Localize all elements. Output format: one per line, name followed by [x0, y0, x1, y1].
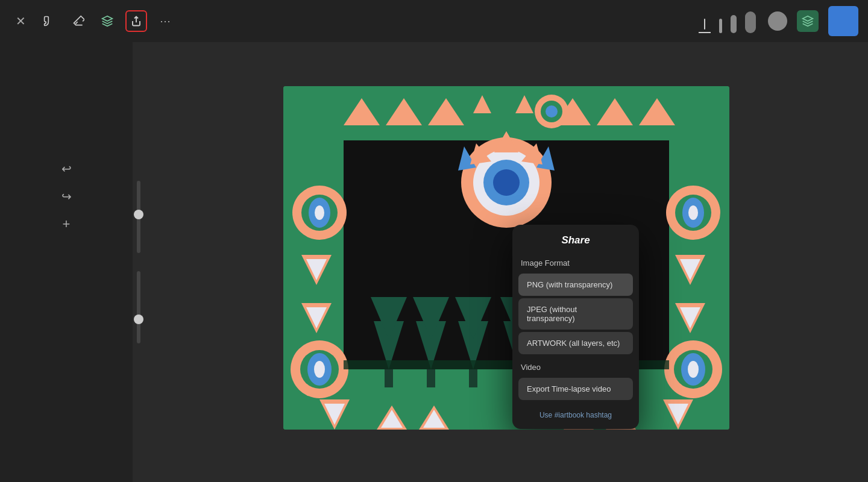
close-button[interactable]: ✕ — [10, 10, 31, 32]
brush-size-medium[interactable] — [731, 9, 737, 33]
brush-icon — [43, 15, 55, 27]
png-option[interactable]: PNG (with transparency) — [518, 274, 633, 296]
image-format-label: Image Format — [512, 254, 639, 271]
undo-button[interactable]: ↩ — [54, 157, 78, 181]
layers-icon — [101, 15, 113, 27]
artwork-canvas: Share Image Format PNG (with transparenc… — [145, 51, 868, 464]
hashtag-link[interactable]: Use #iartbook hashtag — [512, 402, 639, 429]
svg-point-8 — [493, 169, 520, 196]
timelapse-option[interactable]: Export Time-lapse video — [518, 378, 633, 400]
toolbar-right — [699, 6, 858, 36]
share-dialog-title: Share — [512, 225, 639, 254]
video-label: Video — [512, 358, 639, 375]
opacity-slider[interactable] — [137, 271, 140, 343]
svg-point-27 — [315, 205, 324, 220]
artwork-frame: Share Image Format PNG (with transparenc… — [283, 86, 729, 430]
mode-button[interactable] — [828, 6, 858, 36]
slider-area — [133, 42, 145, 482]
brush-size-small[interactable] — [719, 9, 722, 33]
svg-rect-57 — [427, 369, 435, 387]
layers-stack-icon — [802, 15, 814, 27]
svg-point-23 — [546, 105, 558, 117]
jpeg-option[interactable]: JPEG (without transparency) — [518, 298, 633, 330]
add-button[interactable]: + — [54, 212, 78, 236]
color-swatch[interactable] — [768, 11, 787, 31]
svg-rect-60 — [469, 369, 477, 387]
layers-button[interactable] — [797, 10, 819, 32]
artwork-option[interactable]: ARTWORK (all layers, etc) — [518, 332, 633, 354]
more-options-button[interactable]: ⋯ — [154, 10, 176, 32]
share-icon — [131, 16, 142, 27]
size-slider[interactable] — [137, 181, 140, 253]
svg-rect-54 — [385, 369, 393, 387]
share-button[interactable] — [125, 10, 147, 32]
artwork-svg — [283, 86, 729, 430]
svg-point-39 — [688, 205, 698, 220]
share-dialog: Share Image Format PNG (with transparenc… — [512, 225, 639, 429]
svg-marker-2 — [803, 16, 813, 21]
eraser-icon — [72, 15, 84, 27]
toolbar-left-tools: ✕ — [10, 10, 176, 32]
redo-button[interactable]: ↪ — [54, 184, 78, 208]
brush-size-large[interactable] — [745, 9, 756, 33]
eraser-tool-button[interactable] — [68, 10, 89, 32]
left-sidebar: ↩ ↪ + — [0, 42, 133, 482]
brush-tool-button[interactable] — [39, 10, 60, 32]
svg-point-47 — [688, 361, 699, 378]
top-toolbar: ✕ — [0, 0, 868, 42]
svg-point-35 — [314, 361, 325, 378]
brush-size-tiny[interactable] — [699, 9, 711, 33]
smudge-tool-button[interactable] — [96, 10, 118, 32]
svg-marker-0 — [102, 16, 113, 21]
